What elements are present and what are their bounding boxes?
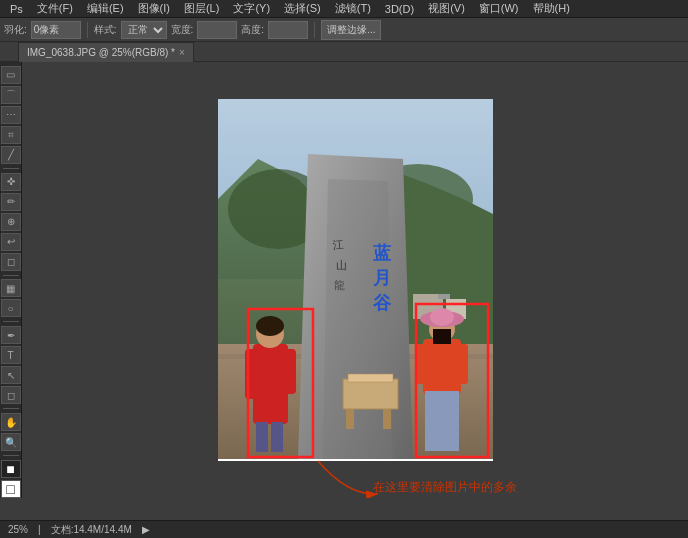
svg-rect-29 <box>423 339 461 394</box>
type-tool[interactable]: T <box>1 346 21 364</box>
tools-panel: ▭ ⌒ ⋯ ⌗ ╱ ✜ ✏ ⊕ ↩ ◻ ▦ ○ ✒ T ↖ ◻ ✋ 🔍 ■ □ <box>0 62 22 498</box>
path-select-tool[interactable]: ↖ <box>1 366 21 384</box>
svg-text:月: 月 <box>373 268 391 288</box>
statusbar: 25% | 文档:14.4M/14.4M ▶ <box>0 520 688 538</box>
status-separator: | <box>38 524 41 535</box>
main-area: ▭ ⌒ ⋯ ⌗ ╱ ✜ ✏ ⊕ ↩ ◻ ▦ ○ ✒ T ↖ ◻ ✋ 🔍 ■ □ <box>0 62 688 498</box>
menu-layer[interactable]: 图层(L) <box>178 0 225 17</box>
gradient-tool[interactable]: ▦ <box>1 279 21 297</box>
svg-rect-27 <box>256 422 268 452</box>
height-label: 高度: <box>241 23 264 37</box>
svg-point-24 <box>256 316 284 336</box>
svg-text:山: 山 <box>336 259 347 271</box>
hand-tool[interactable]: ✋ <box>1 413 21 431</box>
menu-window[interactable]: 窗口(W) <box>473 0 525 17</box>
spot-heal-tool[interactable]: ✜ <box>1 173 21 191</box>
menu-select[interactable]: 选择(S) <box>278 0 327 17</box>
eyedropper-tool[interactable]: ╱ <box>1 146 21 164</box>
file-size-info: 文档:14.4M/14.4M <box>51 523 132 537</box>
svg-text:江: 江 <box>332 238 344 251</box>
document-tab[interactable]: IMG_0638.JPG @ 25%(RGB/8) * × <box>18 42 194 62</box>
svg-rect-28 <box>271 422 283 452</box>
width-input[interactable] <box>197 21 237 39</box>
svg-rect-22 <box>253 344 288 424</box>
style-select[interactable]: 正常 <box>121 21 167 39</box>
svg-marker-8 <box>323 179 393 459</box>
separator-2 <box>314 22 315 38</box>
tools-separator-3 <box>3 321 19 322</box>
tools-separator-4 <box>3 408 19 409</box>
background-color-swatch[interactable]: □ <box>1 480 21 498</box>
photo-canvas: 蓝 月 谷 江 山 龍 <box>218 99 493 461</box>
svg-rect-30 <box>425 391 459 451</box>
menu-type[interactable]: 文字(Y) <box>227 0 276 17</box>
svg-rect-35 <box>416 344 426 384</box>
menu-3d[interactable]: 3D(D) <box>379 2 420 16</box>
menu-edit[interactable]: 编辑(E) <box>81 0 130 17</box>
foreground-color-swatch[interactable]: ■ <box>1 460 21 478</box>
svg-text:蓝: 蓝 <box>373 243 392 263</box>
menu-image[interactable]: 图像(I) <box>132 0 176 17</box>
crop-tool[interactable]: ⌗ <box>1 126 21 144</box>
svg-rect-21 <box>348 374 393 382</box>
tools-separator-1 <box>3 168 19 169</box>
style-label: 样式: <box>94 23 117 37</box>
menu-help[interactable]: 帮助(H) <box>527 0 576 17</box>
svg-rect-20 <box>383 409 391 429</box>
canvas-area: 蓝 月 谷 江 山 龍 <box>22 62 688 498</box>
svg-point-33 <box>430 308 454 326</box>
zoom-level: 25% <box>8 524 28 535</box>
svg-text:谷: 谷 <box>372 293 392 313</box>
menu-view[interactable]: 视图(V) <box>422 0 471 17</box>
svg-rect-17 <box>438 294 450 299</box>
tabbar: IMG_0638.JPG @ 25%(RGB/8) * × <box>0 42 688 62</box>
tools-separator-2 <box>3 275 19 276</box>
photo-image: 蓝 月 谷 江 山 龍 <box>218 99 493 459</box>
history-brush-tool[interactable]: ↩ <box>1 233 21 251</box>
tab-close-button[interactable]: × <box>179 47 185 58</box>
height-input[interactable] <box>268 21 308 39</box>
dodge-tool[interactable]: ○ <box>1 299 21 317</box>
svg-text:龍: 龍 <box>334 279 345 291</box>
menu-file[interactable]: 文件(F) <box>31 0 79 17</box>
feather-input[interactable] <box>31 21 81 39</box>
pen-tool[interactable]: ✒ <box>1 326 21 344</box>
menubar: Ps 文件(F) 编辑(E) 图像(I) 图层(L) 文字(Y) 选择(S) 滤… <box>0 0 688 18</box>
svg-rect-34 <box>433 329 451 344</box>
clone-stamp-tool[interactable]: ⊕ <box>1 213 21 231</box>
annotation-text: 在这里要清除图片中的多余人物 <box>373 480 518 494</box>
annotation-arrow-svg: 在这里要清除图片中的多余人物 <box>268 456 518 498</box>
menu-filter[interactable]: 滤镜(T) <box>329 0 377 17</box>
toolbar: 羽化: 样式: 正常 宽度: 高度: 调整边缘... <box>0 18 688 42</box>
eraser-tool[interactable]: ◻ <box>1 253 21 271</box>
brush-tool[interactable]: ✏ <box>1 193 21 211</box>
svg-rect-26 <box>284 349 296 394</box>
magic-wand-tool[interactable]: ⋯ <box>1 106 21 124</box>
rectangular-marquee-tool[interactable]: ▭ <box>1 66 21 84</box>
adjust-edge-button[interactable]: 调整边缘... <box>321 20 381 40</box>
svg-rect-18 <box>343 379 398 409</box>
feather-label: 羽化: <box>4 23 27 37</box>
width-label: 宽度: <box>171 23 194 37</box>
lasso-tool[interactable]: ⌒ <box>1 86 21 104</box>
tools-separator-5 <box>3 455 19 456</box>
status-arrow[interactable]: ▶ <box>142 524 150 535</box>
svg-rect-19 <box>346 409 354 429</box>
svg-rect-36 <box>458 344 468 384</box>
separator-1 <box>87 22 88 38</box>
ps-logo[interactable]: Ps <box>4 2 29 16</box>
shape-tool[interactable]: ◻ <box>1 386 21 404</box>
zoom-tool[interactable]: 🔍 <box>1 433 21 451</box>
tab-filename: IMG_0638.JPG @ 25%(RGB/8) * <box>27 47 175 58</box>
